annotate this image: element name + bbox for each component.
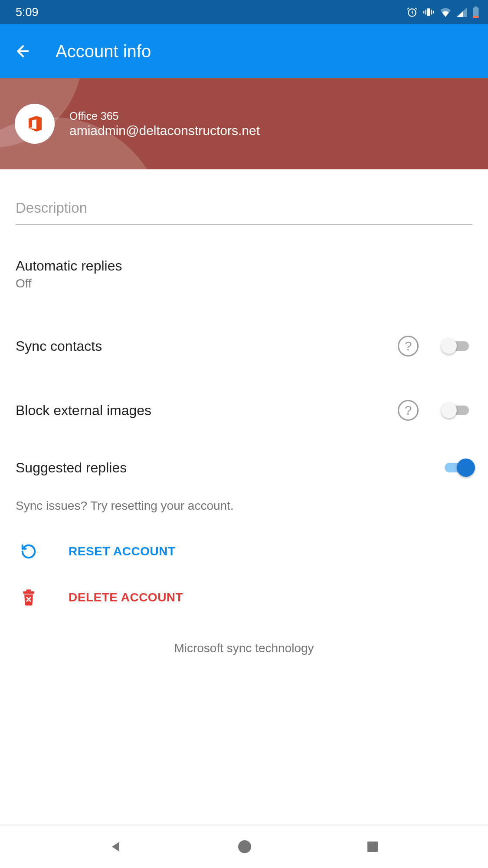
description-input[interactable]	[16, 169, 472, 225]
help-icon[interactable]: ?	[398, 400, 419, 421]
status-icons	[406, 7, 479, 18]
svg-point-11	[238, 840, 251, 853]
sync-hint: Sync issues? Try resetting your account.	[16, 489, 472, 528]
svg-rect-2	[425, 10, 426, 15]
setting-automatic-replies[interactable]: Automatic replies Off	[16, 225, 472, 311]
setting-suggested-replies: Suggested replies	[16, 442, 472, 489]
nav-recent-button[interactable]	[366, 840, 380, 854]
app-bar: Account info	[0, 24, 488, 78]
svg-rect-4	[423, 11, 424, 14]
delete-account-label: DELETE ACCOUNT	[69, 591, 183, 604]
setting-title: Sync contacts	[16, 338, 387, 354]
setting-title: Automatic replies	[16, 258, 472, 274]
wifi-icon	[439, 7, 452, 17]
signal-icon	[457, 7, 467, 17]
nav-home-button[interactable]	[237, 839, 252, 855]
sync-contacts-toggle[interactable]	[441, 337, 472, 355]
vibrate-icon	[423, 7, 434, 18]
page-title: Account info	[56, 42, 151, 61]
suggested-replies-toggle[interactable]	[441, 459, 472, 476]
account-email: amiadmin@deltaconstructors.net	[69, 123, 260, 138]
footer-tech: Microsoft sync technology	[16, 620, 472, 676]
status-bar: 5:09	[0, 0, 488, 24]
back-button[interactable]	[12, 40, 34, 62]
setting-block-external-images: Block external images ?	[16, 377, 472, 442]
delete-account-button[interactable]: DELETE ACCOUNT	[16, 574, 472, 620]
svg-rect-10	[26, 590, 31, 591]
alarm-icon	[406, 7, 418, 18]
trash-icon	[20, 589, 37, 606]
office-icon	[24, 113, 45, 134]
svg-rect-9	[23, 591, 34, 594]
settings-content: Automatic replies Off Sync contacts ? Bl…	[0, 169, 488, 676]
help-icon[interactable]: ?	[398, 336, 419, 356]
svg-rect-12	[367, 842, 378, 852]
setting-title: Block external images	[16, 403, 387, 419]
svg-rect-8	[473, 16, 479, 18]
reset-account-button[interactable]: RESET ACCOUNT	[16, 528, 472, 574]
setting-subtitle: Off	[16, 277, 472, 290]
reset-account-label: RESET ACCOUNT	[69, 545, 176, 558]
setting-title: Suggested replies	[16, 460, 431, 476]
account-provider: Office 365	[69, 110, 260, 122]
svg-rect-7	[475, 7, 478, 8]
navigation-bar	[0, 825, 488, 868]
svg-rect-1	[427, 8, 430, 16]
svg-rect-3	[431, 10, 432, 15]
block-external-images-toggle[interactable]	[441, 402, 472, 419]
setting-sync-contacts: Sync contacts ?	[16, 311, 472, 377]
nav-back-button[interactable]	[109, 839, 124, 854]
account-avatar	[15, 104, 55, 144]
battery-icon	[472, 7, 479, 18]
svg-rect-5	[433, 11, 434, 14]
account-header: Office 365 amiadmin@deltaconstructors.ne…	[0, 78, 488, 169]
reset-icon	[20, 543, 37, 560]
status-time: 5:09	[16, 6, 39, 19]
